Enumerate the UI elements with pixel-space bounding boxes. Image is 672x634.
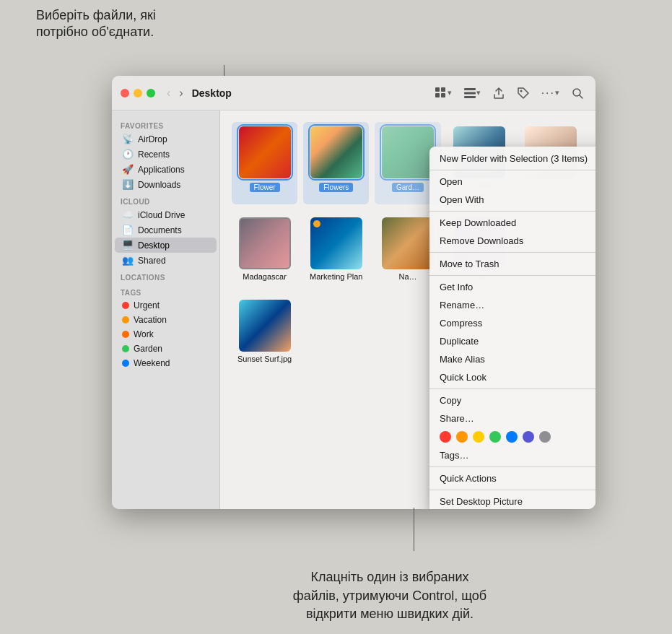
file-item-sunset[interactable]: Sunset Surf.jpg bbox=[232, 295, 297, 368]
file-item-marketing[interactable]: Marketing Plan bbox=[303, 213, 369, 286]
cm-duplicate[interactable]: Duplicate bbox=[429, 332, 595, 350]
desktop-icon: 🖥️ bbox=[122, 240, 134, 251]
tag-gray[interactable] bbox=[539, 431, 551, 443]
cm-tags-row bbox=[429, 427, 595, 446]
icloud-label: iCloud bbox=[112, 192, 219, 207]
file-thumb bbox=[310, 126, 362, 178]
svg-rect-4 bbox=[464, 88, 476, 90]
sidebar: Favorites 📡 AirDrop 🕐 Recents 🚀 Applicat… bbox=[112, 110, 220, 509]
cm-tags[interactable]: Tags… bbox=[429, 446, 595, 464]
more-button[interactable]: ··· ▾ bbox=[538, 85, 562, 101]
cm-sep-6 bbox=[429, 466, 595, 467]
sidebar-item-desktop[interactable]: 🖥️ Desktop bbox=[115, 238, 217, 253]
cm-sep-1 bbox=[429, 170, 595, 170]
sidebar-item-tag-vacation[interactable]: Vacation bbox=[115, 313, 217, 327]
sidebar-item-airdrop[interactable]: 📡 AirDrop bbox=[115, 131, 217, 147]
close-button[interactable] bbox=[121, 89, 129, 97]
file-label: Na… bbox=[398, 272, 416, 282]
file-item-flower[interactable]: Flower bbox=[232, 122, 297, 204]
tag-yellow[interactable] bbox=[473, 431, 484, 443]
svg-rect-3 bbox=[441, 93, 445, 97]
cm-make-alias[interactable]: Make Alias bbox=[429, 350, 595, 368]
tag-red[interactable] bbox=[440, 431, 451, 443]
sidebar-item-icloud-drive[interactable]: ☁️ iCloud Drive bbox=[115, 207, 217, 222]
tags-button[interactable] bbox=[514, 85, 533, 101]
cm-share[interactable]: Share… bbox=[429, 409, 595, 427]
cm-set-desktop[interactable]: Set Desktop Picture bbox=[429, 492, 595, 509]
sidebar-item-label: Documents bbox=[138, 225, 182, 235]
cm-sep-5 bbox=[429, 388, 595, 389]
sidebar-item-label: Desktop bbox=[138, 240, 170, 251]
file-label: Sunset Surf.jpg bbox=[237, 355, 292, 364]
file-thumb bbox=[382, 126, 434, 178]
list-view-button[interactable]: ▾ bbox=[461, 85, 484, 101]
back-button[interactable]: ‹ bbox=[164, 85, 173, 101]
share-icon bbox=[492, 87, 505, 100]
tags-label: Tags bbox=[112, 283, 219, 298]
cm-sep-7 bbox=[429, 490, 595, 490]
cm-open[interactable]: Open bbox=[429, 173, 595, 191]
svg-line-9 bbox=[580, 95, 582, 98]
list-view-chevron: ▾ bbox=[476, 88, 481, 97]
icon-view-button[interactable]: ▾ bbox=[432, 85, 455, 101]
share-button[interactable] bbox=[489, 85, 508, 101]
sidebar-item-applications[interactable]: 🚀 Applications bbox=[115, 162, 217, 177]
file-item-flowers[interactable]: Flowers bbox=[303, 122, 369, 204]
cm-open-with[interactable]: Open With › bbox=[429, 191, 595, 209]
sidebar-item-label: Garden bbox=[134, 344, 162, 354]
tag-green[interactable] bbox=[489, 431, 501, 443]
search-button[interactable] bbox=[568, 85, 587, 101]
file-item-madagascar[interactable]: Madagascar bbox=[232, 213, 297, 286]
cm-sep-2 bbox=[429, 211, 595, 212]
cm-rename[interactable]: Rename… bbox=[429, 296, 595, 314]
maximize-button[interactable] bbox=[147, 89, 155, 97]
cm-sep-3 bbox=[429, 252, 595, 253]
cm-copy[interactable]: Copy bbox=[429, 391, 595, 409]
title-bar: ‹ › Desktop ▾ ▾ bbox=[112, 76, 595, 110]
context-menu: New Folder with Selection (3 Items) Open… bbox=[429, 147, 595, 509]
urgent-dot bbox=[122, 302, 129, 309]
tag-blue[interactable] bbox=[506, 431, 518, 443]
tag-orange[interactable] bbox=[456, 431, 468, 443]
forward-button[interactable]: › bbox=[176, 85, 186, 101]
downloads-icon: ⬇️ bbox=[122, 179, 134, 190]
sidebar-item-label: Weekend bbox=[134, 358, 170, 368]
annotation-line-bottom bbox=[414, 508, 414, 551]
annotation-bottom: Клацніть один із вибраних файлів, утриму… bbox=[282, 568, 498, 623]
nav-buttons: ‹ › bbox=[164, 85, 186, 101]
cm-get-info[interactable]: Get Info bbox=[429, 278, 595, 296]
sidebar-item-shared[interactable]: 👥 Shared bbox=[115, 253, 217, 268]
sidebar-item-label: Urgent bbox=[134, 300, 160, 311]
sidebar-item-tag-work[interactable]: Work bbox=[115, 327, 217, 342]
icloud-icon: ☁️ bbox=[122, 209, 134, 220]
cm-quick-actions[interactable]: Quick Actions › bbox=[429, 469, 595, 487]
sidebar-item-downloads[interactable]: ⬇️ Downloads bbox=[115, 177, 217, 192]
window-title: Desktop bbox=[192, 87, 232, 99]
marketing-dot bbox=[313, 220, 320, 227]
file-thumb bbox=[239, 300, 291, 352]
svg-rect-1 bbox=[441, 87, 445, 92]
sidebar-item-tag-urgent[interactable]: Urgent bbox=[115, 298, 217, 313]
main-content: Flower Flowers Gard… …rket…ter bbox=[220, 110, 595, 509]
sidebar-item-tag-weekend[interactable]: Weekend bbox=[115, 356, 217, 370]
tag-purple[interactable] bbox=[523, 431, 534, 443]
cm-keep-downloaded[interactable]: Keep Downloaded bbox=[429, 214, 595, 232]
sidebar-item-tag-garden[interactable]: Garden bbox=[115, 342, 217, 356]
shared-icon: 👥 bbox=[122, 255, 134, 266]
file-label: Madagascar bbox=[243, 272, 287, 282]
minimize-button[interactable] bbox=[134, 89, 142, 97]
cm-new-folder[interactable]: New Folder with Selection (3 Items) bbox=[429, 149, 595, 168]
sidebar-item-documents[interactable]: 📄 Documents bbox=[115, 222, 217, 238]
cm-compress[interactable]: Compress bbox=[429, 314, 595, 332]
ellipsis-icon: ··· bbox=[541, 87, 555, 100]
file-thumb bbox=[239, 126, 291, 178]
vacation-dot bbox=[122, 316, 129, 323]
svg-rect-0 bbox=[435, 87, 440, 92]
svg-rect-5 bbox=[464, 92, 476, 94]
cm-quick-look[interactable]: Quick Look bbox=[429, 368, 595, 386]
sidebar-item-label: Work bbox=[134, 329, 154, 339]
cm-remove-downloads[interactable]: Remove Downloads bbox=[429, 232, 595, 250]
sidebar-item-recents[interactable]: 🕐 Recents bbox=[115, 147, 217, 162]
cm-move-trash[interactable]: Move to Trash bbox=[429, 255, 595, 273]
file-label: Flowers bbox=[319, 183, 353, 192]
